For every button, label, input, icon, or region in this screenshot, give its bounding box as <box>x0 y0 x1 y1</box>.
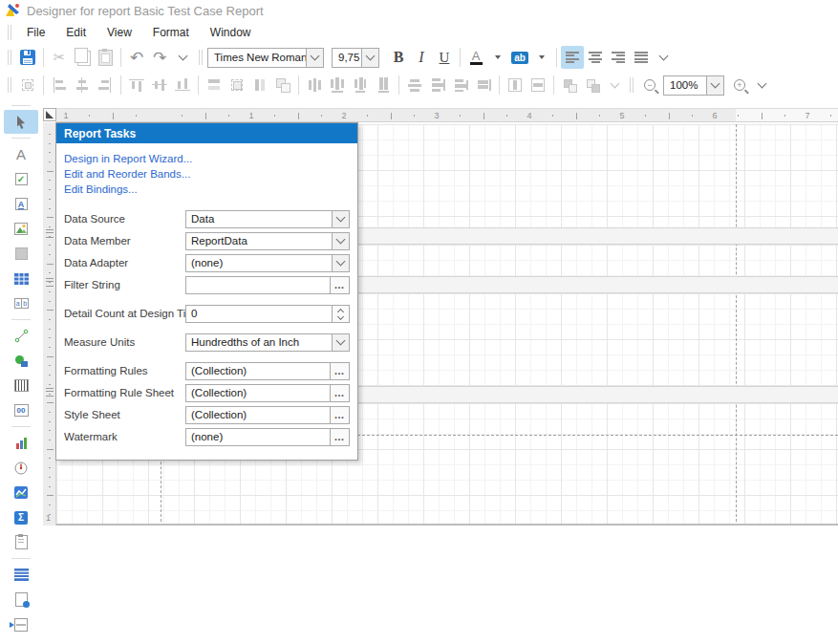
bring-to-front-button[interactable] <box>558 74 581 97</box>
character-comb-tool[interactable]: ab <box>4 291 38 315</box>
format-overflow-button[interactable] <box>653 47 674 68</box>
undo-button[interactable]: ↶ <box>125 46 148 69</box>
menu-file[interactable]: File <box>16 23 55 42</box>
clipboard-content-tool[interactable] <box>4 530 38 554</box>
italic-button[interactable]: I <box>410 46 433 69</box>
field-editor[interactable]: (Collection)… <box>185 406 350 424</box>
font-name-drop-button[interactable] <box>306 49 323 67</box>
size-to-grid-button[interactable] <box>226 74 248 97</box>
align-middles-button[interactable] <box>148 74 171 97</box>
align-centers-button[interactable] <box>71 74 94 97</box>
font-size-combo[interactable]: 9,75 <box>332 48 379 68</box>
layout-overflow-button[interactable] <box>604 75 625 96</box>
align-text-center-button[interactable] <box>584 46 607 69</box>
field-spin-editor[interactable]: 0 <box>185 305 350 323</box>
paste-button[interactable] <box>94 46 117 69</box>
make-same-width-button[interactable] <box>203 74 226 97</box>
shape-tool[interactable] <box>4 349 38 373</box>
report-tasks-link-1[interactable]: Edit and Reorder Bands... <box>64 166 357 182</box>
decrease-vertical-spacing-button[interactable] <box>449 74 472 97</box>
page-info-tool[interactable]: 00 <box>4 398 38 422</box>
gauge-tool[interactable] <box>4 456 38 480</box>
copy-button[interactable] <box>71 46 94 69</box>
remove-vertical-spacing-button[interactable] <box>472 74 495 97</box>
make-same-height-button[interactable] <box>248 74 271 97</box>
pivot-grid-tool[interactable]: Σ <box>4 505 38 529</box>
field-combo[interactable]: Hundredths of an Inch <box>185 333 350 352</box>
align-lefts-button[interactable] <box>48 74 71 97</box>
picture-box-tool[interactable] <box>4 217 38 241</box>
toolbar-grip[interactable] <box>8 77 11 93</box>
zoom-in-button[interactable]: + <box>728 74 751 97</box>
underline-button[interactable]: U <box>433 46 456 69</box>
font-size-drop-button[interactable] <box>361 49 378 67</box>
menu-format[interactable]: Format <box>142 23 200 42</box>
zoom-drop-button[interactable] <box>706 76 723 95</box>
band-splitter-handle[interactable] <box>46 388 54 397</box>
field-editor[interactable]: (Collection)… <box>185 384 350 402</box>
line-tool[interactable] <box>4 324 38 348</box>
menu-edit[interactable]: Edit <box>55 23 97 42</box>
ellipsis-button[interactable]: … <box>330 407 349 423</box>
align-tops-button[interactable] <box>125 74 148 97</box>
report-tasks-link-2[interactable]: Edit Bindings... <box>64 182 357 197</box>
panel-tool[interactable] <box>4 242 38 266</box>
undo-overflow-button[interactable] <box>171 46 194 69</box>
align-rights-button[interactable] <box>94 74 117 97</box>
combo-drop-button[interactable] <box>332 334 349 351</box>
send-to-back-button[interactable] <box>581 74 604 97</box>
field-combo[interactable]: Data <box>185 210 350 228</box>
subreport-tool[interactable] <box>4 588 38 612</box>
make-same-size-button[interactable] <box>271 74 294 97</box>
rich-text-tool[interactable]: A <box>4 192 38 216</box>
toolbar-grip[interactable] <box>630 77 634 93</box>
align-bottoms-button[interactable] <box>171 74 194 97</box>
field-editor[interactable]: (none)… <box>185 428 350 446</box>
equal-horizontal-spacing-button[interactable] <box>303 74 326 97</box>
align-text-right-button[interactable] <box>607 46 630 69</box>
table-tool[interactable] <box>4 267 38 290</box>
report-tasks-link-0[interactable]: Design in Report Wizard... <box>64 151 357 166</box>
save-button[interactable] <box>16 46 39 69</box>
redo-button[interactable]: ↷ <box>148 46 171 69</box>
menu-window[interactable]: Window <box>200 23 262 42</box>
field-combo[interactable]: (none) <box>185 254 350 272</box>
increase-horizontal-spacing-button[interactable] <box>326 74 349 97</box>
ellipsis-button[interactable]: … <box>330 277 349 293</box>
toolbar-grip[interactable] <box>8 50 11 65</box>
font-name-combo[interactable]: Times New Roman <box>207 48 324 68</box>
font-color-button[interactable]: A <box>464 46 487 69</box>
toolbar-grip[interactable] <box>199 50 203 65</box>
cross-band-line-tool[interactable] <box>4 637 38 644</box>
combo-drop-button[interactable] <box>332 211 349 227</box>
center-vertically-button[interactable] <box>526 74 549 97</box>
pointer-tool[interactable] <box>4 110 38 134</box>
bold-button[interactable]: B <box>387 46 410 69</box>
justify-text-button[interactable] <box>630 46 653 69</box>
zoom-combo[interactable]: 100% <box>663 75 724 96</box>
ellipsis-button[interactable]: … <box>330 429 349 445</box>
menu-view[interactable]: View <box>97 23 142 42</box>
label-tool[interactable]: A <box>4 142 38 166</box>
sparkline-tool[interactable] <box>4 481 38 504</box>
chart-tool[interactable] <box>4 431 38 455</box>
page-break-tool[interactable] <box>4 612 38 636</box>
decrease-horizontal-spacing-button[interactable] <box>349 74 372 97</box>
barcode-tool[interactable] <box>4 374 38 397</box>
checkbox-tool[interactable]: ✓ <box>4 167 38 191</box>
highlight-button[interactable]: ab <box>508 46 531 69</box>
table-of-contents-tool[interactable] <box>4 563 38 587</box>
cut-button[interactable]: ✂ <box>48 46 71 69</box>
report-smart-tag-button[interactable] <box>43 108 56 121</box>
zoom-out-button[interactable]: − <box>638 74 661 97</box>
ellipsis-button[interactable]: … <box>330 385 349 401</box>
zoom-overflow-button[interactable] <box>751 75 772 96</box>
align-text-left-button[interactable] <box>561 46 584 69</box>
field-editor[interactable]: … <box>185 276 350 294</box>
ellipsis-button[interactable]: … <box>330 363 349 379</box>
combo-drop-button[interactable] <box>332 255 349 271</box>
equal-vertical-spacing-button[interactable] <box>403 74 426 97</box>
toolbar-grip[interactable] <box>8 25 11 40</box>
increase-vertical-spacing-button[interactable] <box>426 74 449 97</box>
field-combo[interactable]: ReportData <box>185 232 350 250</box>
